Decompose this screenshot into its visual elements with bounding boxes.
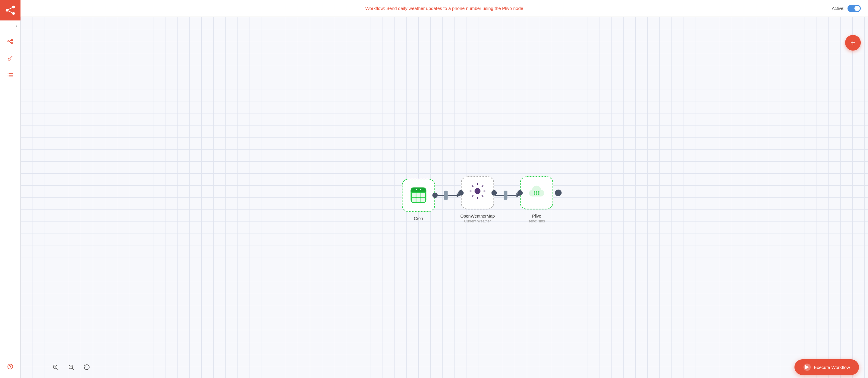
- sidebar: ›: [0, 0, 21, 189]
- svg-line-9: [9, 41, 11, 43]
- sidebar-item-executions[interactable]: [4, 69, 17, 82]
- chevron-right-icon: ›: [16, 24, 17, 28]
- workflow-canvas[interactable]: +: [21, 17, 434, 189]
- sidebar-item-credentials[interactable]: [4, 52, 17, 65]
- list-icon: [7, 72, 13, 78]
- svg-point-10: [8, 58, 10, 60]
- cron-icon-header: [410, 187, 426, 189]
- header: Workflow: Send daily weather updates to …: [21, 0, 434, 17]
- logo-icon: [5, 5, 16, 15]
- network-icon: [7, 38, 13, 45]
- workflow-title: Workflow: Send daily weather updates to …: [365, 6, 434, 11]
- node-cron-container: [402, 179, 434, 189]
- node-cron[interactable]: [402, 179, 434, 189]
- logo[interactable]: [0, 0, 21, 21]
- workflow-prefix: Workflow:: [365, 6, 385, 11]
- svg-line-4: [7, 10, 13, 13]
- cron-calendar-icon: [410, 187, 426, 189]
- sidebar-collapse[interactable]: ›: [0, 24, 20, 28]
- svg-rect-5: [7, 41, 9, 42]
- svg-rect-7: [11, 43, 13, 44]
- svg-rect-6: [11, 39, 13, 41]
- node-cron-wrapper: Cron: [402, 179, 434, 189]
- key-icon: [7, 55, 13, 62]
- svg-line-3: [7, 7, 13, 10]
- workflow-diagram: Cron: [402, 176, 434, 189]
- svg-line-8: [9, 40, 11, 41]
- workflow-name: Send daily weather updates to a phone nu…: [386, 6, 434, 11]
- sidebar-item-workflows[interactable]: [4, 35, 17, 48]
